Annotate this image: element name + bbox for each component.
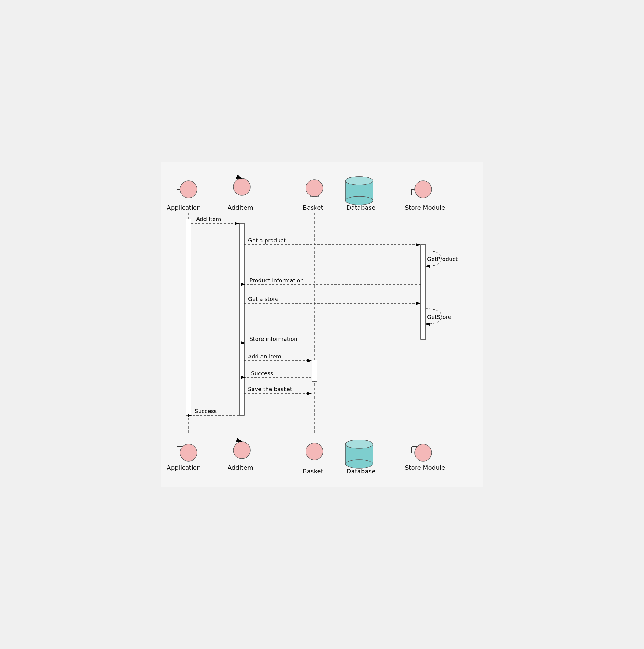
msg-getproduct: GetProduct	[427, 256, 458, 262]
actor-label-additem-bottom: AddItem	[228, 464, 253, 471]
msg-product-info: Product information	[249, 277, 304, 284]
msg-get-store: Get a store	[248, 296, 278, 302]
svg-point-6	[233, 178, 250, 196]
msg-get-product: Get a product	[248, 237, 286, 244]
svg-point-38	[233, 442, 250, 459]
actor-label-storemodule-top: Store Module	[405, 204, 445, 211]
msg-add-item: Add Item	[196, 216, 221, 222]
msg-success-basket: Success	[251, 370, 273, 377]
actor-label-storemodule-bottom: Store Module	[405, 464, 445, 471]
msg-success-app: Success	[195, 408, 217, 414]
actor-label-additem-top: AddItem	[228, 204, 253, 211]
actor-label-database-top: Database	[347, 204, 375, 211]
svg-rect-23	[239, 223, 244, 416]
actor-label-database-bottom: Database	[347, 468, 375, 475]
svg-point-5	[180, 181, 197, 198]
svg-point-44	[346, 460, 373, 468]
sequence-diagram: Application AddItem Basket Database Stor…	[161, 163, 483, 487]
msg-getstore: GetStore	[427, 314, 452, 320]
svg-point-8	[306, 179, 323, 197]
svg-point-40	[306, 443, 323, 460]
msg-save-basket: Save the basket	[248, 386, 292, 392]
actor-label-application-bottom: Application	[167, 464, 201, 471]
svg-point-16	[415, 181, 432, 198]
svg-rect-24	[312, 360, 317, 381]
msg-store-info: Store information	[249, 336, 297, 342]
svg-rect-22	[186, 219, 191, 416]
svg-point-37	[180, 444, 197, 461]
svg-point-12	[346, 196, 373, 205]
actor-label-basket-bottom: Basket	[303, 468, 324, 475]
actor-label-application-top: Application	[167, 204, 201, 211]
actor-label-basket-top: Basket	[303, 204, 324, 211]
msg-add-an-item: Add an item	[248, 353, 281, 360]
svg-rect-25	[421, 245, 425, 339]
svg-point-45	[346, 440, 373, 448]
svg-point-48	[415, 444, 432, 461]
svg-point-13	[346, 176, 373, 185]
